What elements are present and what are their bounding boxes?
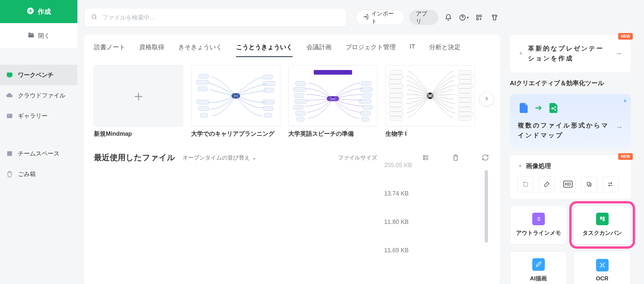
sidebar-item-label: クラウドファイル [18,91,65,99]
template-name: 大学でのキャリアプランニング [191,130,280,138]
outline-icon [532,213,545,225]
tab-analysis-decision[interactable]: 分析と決定 [429,43,461,57]
templates-next-button[interactable] [479,91,494,106]
tab-higher-education[interactable]: こうとうきょういく [236,43,293,57]
crop-icon[interactable] [518,176,534,192]
sort-dropdown[interactable]: オープンタイムの並び替え ⌄ [182,154,257,161]
chevron-down-icon: ⌄ [252,154,257,161]
tool-ai-draw[interactable]: AI描画 [510,251,567,284]
file-size: 13.74 KB [384,190,490,197]
tab-certification[interactable]: 資格取得 [139,43,164,57]
tab-meeting-plan[interactable]: 会議計画 [306,43,332,57]
file-doc-icon [518,102,530,114]
new-mindmap-thumb: ＋ [94,65,183,126]
recent-file-list: 255.05 KB 13.74 KB 11.80 KB 11.69 KB [94,163,490,284]
table-row[interactable]: 11.69 KB [94,236,490,265]
ocr-icon [596,259,609,271]
search-input-wrap[interactable] [84,8,346,27]
chevron-down-icon: ▾ [467,15,469,20]
main-area: インポート アプリ ▾ 読書ノート 資格取得 きそきょういく こうとうきょういく… [77,0,644,284]
svg-point-12 [551,107,553,109]
tab-basic-education[interactable]: きそきょういく [178,43,222,57]
create-button[interactable]: 作成 [0,0,77,23]
tab-it[interactable]: IT [410,43,415,57]
workbench-icon [6,71,13,79]
svg-rect-2 [7,114,13,118]
refresh-icon[interactable] [481,153,490,162]
svg-point-13 [555,106,556,108]
svg-rect-17 [600,217,602,219]
file-size: 11.80 KB [384,219,490,226]
file-size: 11.69 KB [384,247,490,254]
expand-icon[interactable] [581,176,597,192]
mindmap-file-icon [547,102,559,114]
template-thumb [288,65,378,126]
gallery-icon [6,112,13,120]
sidebar-item-workbench[interactable]: ワークベンチ [0,65,77,85]
promo-presentation[interactable]: ✦ 革新的なプレゼンテーションを作成 → NEW [510,35,631,72]
import-icon [363,14,369,21]
column-header-size: ファイルサイズ [338,154,401,161]
image-tool-row: HD [518,176,623,192]
file-size: 255.05 KB [384,163,490,169]
sidebar-item-trash[interactable]: ごみ箱 [0,164,77,184]
plus-circle-icon [26,7,34,17]
kanban-highlight: タスクカンバン [569,201,635,249]
table-row[interactable]: 13.74 KB [94,179,490,208]
promo-file-formats[interactable]: ➔ ✦ 複数のファイル形式からマインドマップ → [510,94,631,149]
app-label: アプリ [416,10,432,25]
arrow-right-icon: ➔ [535,103,542,113]
template-name: 新規Mindmap [94,130,183,138]
template-thumb [191,65,280,126]
svg-point-5 [92,15,96,18]
search-input[interactable] [102,14,340,21]
template-english-speech[interactable]: 大学英語スピーチの準備 [288,65,378,138]
tool-label: AI描画 [530,275,547,282]
folder-icon [27,31,35,40]
search-icon [91,14,98,21]
image-processing-label: 画像処理 [526,162,551,170]
sidebar-item-teamspace[interactable]: チームスペース [0,143,77,164]
tool-outline-memo[interactable]: アウトラインメモ [510,205,567,244]
shirt-icon[interactable] [489,12,500,23]
svg-rect-15 [524,182,528,186]
svg-point-14 [555,109,556,111]
template-name: 大学英語スピーチの準備 [288,130,378,138]
table-row[interactable]: 11.80 KB [94,208,490,236]
scrollbar[interactable] [485,170,488,243]
template-new-mindmap[interactable]: ＋ 新規Mindmap [94,65,183,138]
template-biology-1[interactable]: ⬤ 生物学 I [385,65,475,138]
view-toggle-icon[interactable] [421,153,430,162]
eraser-icon[interactable] [539,176,555,192]
bell-icon[interactable] [443,12,454,23]
swap-icon[interactable] [602,176,618,192]
svg-rect-1 [7,73,13,77]
svg-point-3 [8,115,9,116]
open-button-label: 開く [38,32,50,40]
app-button[interactable]: アプリ [409,10,439,25]
sidebar: 作成 開く ワークベンチ クラウドファイル ギャラリー チームスペース [0,0,77,284]
trash-icon[interactable] [451,153,460,162]
sidebar-item-label: ギャラリー [18,112,48,120]
template-career-planning[interactable]: 大学でのキャリアプランニング [191,65,280,138]
hd-icon[interactable]: HD [560,176,576,192]
table-row[interactable]: 255.05 KB [94,163,490,179]
open-button[interactable]: 開く [0,23,77,48]
tool-label: タスクカンバン [583,229,622,237]
promo-text: 革新的なプレゼンテーションを作成 [528,44,610,64]
sidebar-item-cloud[interactable]: クラウドファイル [0,85,77,106]
promo-text: 複数のファイル形式からマインドマップ [518,121,616,141]
tab-reading-notes[interactable]: 読書ノート [94,43,125,57]
tool-ocr[interactable]: OCR [574,251,631,284]
import-button[interactable]: インポート [356,10,405,25]
apps-grid-icon[interactable] [474,12,484,23]
sidebar-item-gallery[interactable]: ギャラリー [0,106,77,126]
svg-rect-18 [602,217,604,221]
arrow-right-icon: → [615,49,622,58]
template-name: 生物学 I [385,130,475,138]
tab-project-management[interactable]: プロジェクト管理 [345,43,396,57]
tool-task-kanban[interactable]: タスクカンバン [574,205,631,244]
svg-rect-11 [423,158,425,160]
help-icon[interactable]: ▾ [459,12,469,23]
promo-icons: ➔ ✦ [518,102,623,114]
